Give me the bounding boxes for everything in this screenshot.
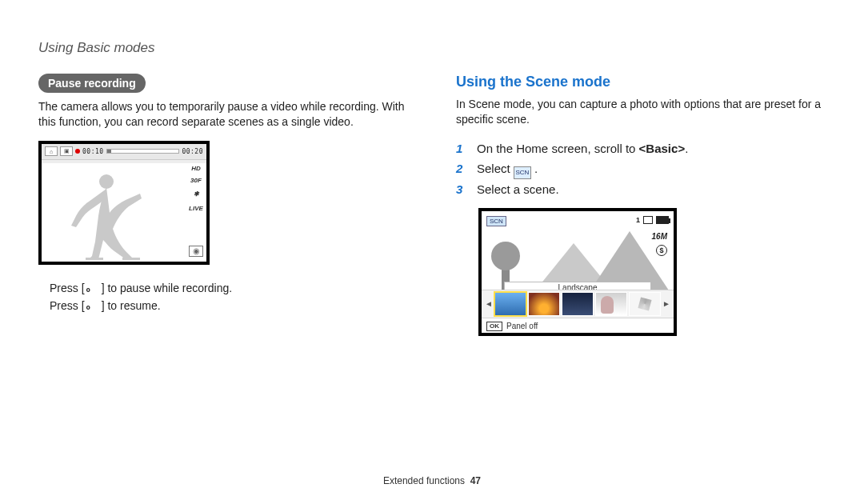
svg-rect-2 bbox=[122, 258, 140, 260]
page-footer: Extended functions 47 bbox=[0, 475, 864, 486]
pause-recording-heading: Pause recording bbox=[38, 74, 146, 93]
battery-icon bbox=[656, 216, 669, 224]
footer-section: Extended functions bbox=[383, 475, 465, 486]
carousel-next-icon[interactable]: ► bbox=[662, 299, 670, 308]
scene-thumb-portrait[interactable] bbox=[595, 292, 627, 316]
carousel-prev-icon[interactable]: ◄ bbox=[485, 299, 493, 308]
step-number: 1 bbox=[456, 138, 467, 159]
step-text: Select bbox=[477, 162, 514, 175]
fps-indicator: 30F bbox=[189, 177, 203, 184]
pause-recording-description: The camera allows you to temporarily pau… bbox=[38, 99, 408, 130]
lcd-topbar: ⌂ ▣ 00:10 00:20 bbox=[42, 144, 206, 160]
snapshot-icon: ◉ bbox=[189, 246, 203, 257]
sd-card-icon bbox=[643, 216, 653, 224]
pause-instruction: Press [o ] to pause while recording. bbox=[50, 279, 408, 297]
scene-mode-heading: Using the Scene mode bbox=[456, 74, 826, 90]
lcd-right-indicators: HD 30F ✱ LIVE bbox=[189, 165, 203, 212]
ok-button-ref: o bbox=[85, 304, 92, 311]
scene-thumb-sunset[interactable] bbox=[528, 292, 560, 316]
scene-mode-description: In Scene mode, you can capture a photo w… bbox=[456, 97, 826, 127]
stabilizer-icon: ✱ bbox=[189, 189, 203, 200]
skater-silhouette-icon bbox=[63, 170, 151, 262]
ok-button-ref: o bbox=[85, 286, 92, 294]
scene-carousel[interactable]: ◄ ► bbox=[482, 290, 674, 318]
scene-thumb-night[interactable] bbox=[562, 292, 594, 316]
hd-indicator: HD bbox=[189, 165, 203, 172]
panel-off-hint: OK Panel off bbox=[486, 322, 538, 331]
flash-indicator-icon: $ bbox=[656, 245, 667, 256]
svg-rect-1 bbox=[86, 258, 103, 260]
steps-list: 1 On the Home screen, scroll to <Basic>.… bbox=[456, 138, 826, 200]
left-column: Pause recording The camera allows you to… bbox=[38, 74, 408, 336]
ok-chip-icon: OK bbox=[486, 322, 502, 331]
step-number: 3 bbox=[456, 179, 467, 200]
record-progress-bar bbox=[106, 149, 180, 154]
record-indicator-icon bbox=[75, 149, 80, 154]
page-section-header: Using Basic modes bbox=[38, 40, 826, 56]
shots-remaining: 1 bbox=[636, 216, 669, 224]
home-icon: ⌂ bbox=[45, 146, 58, 156]
step-bold: <Basic> bbox=[639, 142, 686, 155]
live-indicator: LIVE bbox=[189, 205, 203, 212]
elapsed-time: 00:10 bbox=[82, 148, 104, 155]
page-number: 47 bbox=[470, 475, 481, 486]
resume-instruction: Press [o ] to resume. bbox=[50, 297, 408, 314]
right-column: Using the Scene mode In Scene mode, you … bbox=[456, 74, 826, 336]
scene-thumb-text[interactable] bbox=[629, 292, 661, 316]
step-3: 3 Select a scene. bbox=[456, 179, 826, 200]
svg-point-5 bbox=[491, 242, 520, 270]
total-time: 00:20 bbox=[182, 148, 203, 155]
step-text: On the Home screen, scroll to bbox=[477, 142, 639, 155]
scene-mode-icon: SCN bbox=[514, 166, 531, 179]
scn-mode-chip: SCN bbox=[486, 216, 506, 226]
camera-lcd-mock-recording: ⌂ ▣ 00:10 00:20 HD 30F ✱ LIVE ◉ bbox=[38, 141, 210, 265]
camera-lcd-mock-scene: SCN 1 16M $ Landscape ◄ bbox=[478, 208, 677, 336]
step-2: 2 Select SCN . bbox=[456, 158, 826, 179]
scene-thumb-landscape[interactable] bbox=[494, 292, 526, 316]
svg-point-0 bbox=[99, 174, 114, 189]
resolution-indicator: 16M bbox=[652, 232, 667, 241]
step-number: 2 bbox=[456, 158, 467, 179]
step-1: 1 On the Home screen, scroll to <Basic>. bbox=[456, 138, 826, 159]
step-text: Select a scene. bbox=[477, 182, 559, 196]
photo-icon: ▣ bbox=[60, 146, 73, 156]
